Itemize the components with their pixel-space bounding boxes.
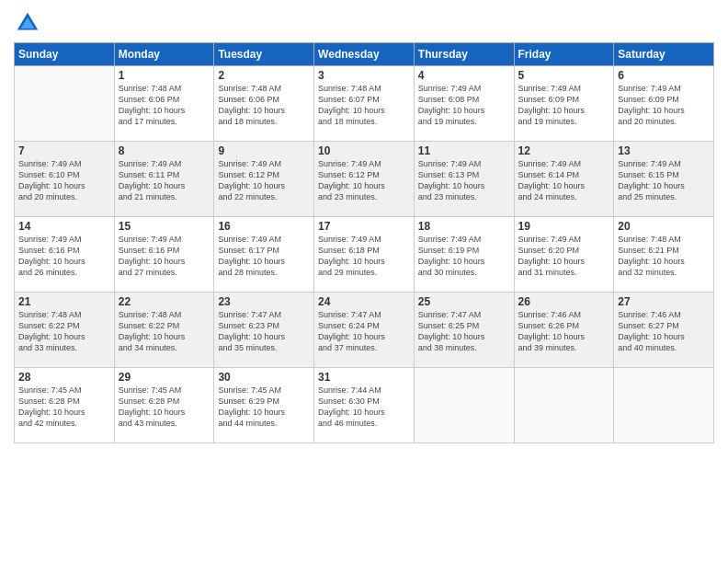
day-info: Sunrise: 7:46 AM Sunset: 6:26 PM Dayligh… [518,309,610,354]
week-row-1: 1Sunrise: 7:48 AM Sunset: 6:06 PM Daylig… [15,66,714,142]
calendar-cell: 28Sunrise: 7:45 AM Sunset: 6:28 PM Dayli… [15,368,115,443]
day-info: Sunrise: 7:48 AM Sunset: 6:06 PM Dayligh… [218,83,310,128]
day-number: 7 [18,144,110,157]
calendar-cell: 17Sunrise: 7:49 AM Sunset: 6:18 PM Dayli… [314,217,415,293]
weekday-header-thursday: Thursday [414,43,514,66]
day-number: 18 [418,220,510,233]
day-number: 29 [119,371,210,384]
logo-icon [14,9,41,37]
day-info: Sunrise: 7:47 AM Sunset: 6:25 PM Dayligh… [418,309,510,354]
calendar-cell: 9Sunrise: 7:49 AM Sunset: 6:12 PM Daylig… [214,142,314,217]
weekday-header-monday: Monday [114,43,214,66]
day-info: Sunrise: 7:45 AM Sunset: 6:29 PM Dayligh… [218,385,310,430]
week-row-2: 7Sunrise: 7:49 AM Sunset: 6:10 PM Daylig… [15,142,714,217]
day-number: 23 [218,295,310,308]
day-number: 6 [618,69,710,82]
day-number: 22 [119,295,210,308]
calendar-cell: 26Sunrise: 7:46 AM Sunset: 6:26 PM Dayli… [514,293,614,368]
day-number: 28 [18,371,110,384]
day-info: Sunrise: 7:47 AM Sunset: 6:24 PM Dayligh… [318,309,410,354]
day-number: 15 [119,220,210,233]
day-number: 24 [318,295,410,308]
day-number: 1 [119,69,210,82]
calendar-cell: 18Sunrise: 7:49 AM Sunset: 6:19 PM Dayli… [414,217,514,293]
day-number: 9 [218,144,310,157]
day-info: Sunrise: 7:49 AM Sunset: 6:19 PM Dayligh… [418,234,510,279]
day-info: Sunrise: 7:44 AM Sunset: 6:30 PM Dayligh… [318,385,410,430]
day-number: 5 [518,69,610,82]
calendar-cell: 10Sunrise: 7:49 AM Sunset: 6:12 PM Dayli… [314,142,415,217]
calendar-cell: 5Sunrise: 7:49 AM Sunset: 6:09 PM Daylig… [514,66,614,142]
calendar-cell: 6Sunrise: 7:49 AM Sunset: 6:09 PM Daylig… [614,66,714,142]
weekday-header-row: SundayMondayTuesdayWednesdayThursdayFrid… [15,43,714,66]
day-info: Sunrise: 7:49 AM Sunset: 6:14 PM Dayligh… [518,158,610,203]
day-number: 3 [318,69,410,82]
day-info: Sunrise: 7:49 AM Sunset: 6:10 PM Dayligh… [18,158,110,203]
day-number: 30 [218,371,310,384]
day-info: Sunrise: 7:48 AM Sunset: 6:21 PM Dayligh… [618,234,710,279]
day-info: Sunrise: 7:49 AM Sunset: 6:12 PM Dayligh… [318,158,410,203]
day-info: Sunrise: 7:48 AM Sunset: 6:22 PM Dayligh… [18,309,110,354]
calendar-table: SundayMondayTuesdayWednesdayThursdayFrid… [14,42,714,443]
page-container: SundayMondayTuesdayWednesdayThursdayFrid… [0,0,728,448]
day-number: 4 [418,69,510,82]
calendar-cell: 14Sunrise: 7:49 AM Sunset: 6:16 PM Dayli… [15,217,115,293]
day-number: 16 [218,220,310,233]
day-number: 11 [418,144,510,157]
calendar-cell: 2Sunrise: 7:48 AM Sunset: 6:06 PM Daylig… [214,66,314,142]
calendar-cell: 1Sunrise: 7:48 AM Sunset: 6:06 PM Daylig… [114,66,214,142]
week-row-3: 14Sunrise: 7:49 AM Sunset: 6:16 PM Dayli… [15,217,714,293]
logo [14,9,45,37]
day-number: 2 [218,69,310,82]
calendar-cell: 27Sunrise: 7:46 AM Sunset: 6:27 PM Dayli… [614,293,714,368]
calendar-cell [15,66,115,142]
calendar-cell: 20Sunrise: 7:48 AM Sunset: 6:21 PM Dayli… [614,217,714,293]
calendar-cell: 13Sunrise: 7:49 AM Sunset: 6:15 PM Dayli… [614,142,714,217]
calendar-cell: 21Sunrise: 7:48 AM Sunset: 6:22 PM Dayli… [15,293,115,368]
calendar-cell: 15Sunrise: 7:49 AM Sunset: 6:16 PM Dayli… [114,217,214,293]
day-number: 27 [618,295,710,308]
weekday-header-friday: Friday [514,43,614,66]
day-info: Sunrise: 7:49 AM Sunset: 6:11 PM Dayligh… [119,158,210,203]
day-number: 12 [518,144,610,157]
calendar-cell: 19Sunrise: 7:49 AM Sunset: 6:20 PM Dayli… [514,217,614,293]
calendar-cell: 22Sunrise: 7:48 AM Sunset: 6:22 PM Dayli… [114,293,214,368]
weekday-header-tuesday: Tuesday [214,43,314,66]
calendar-cell: 30Sunrise: 7:45 AM Sunset: 6:29 PM Dayli… [214,368,314,443]
day-info: Sunrise: 7:46 AM Sunset: 6:27 PM Dayligh… [618,309,710,354]
day-number: 25 [418,295,510,308]
day-number: 31 [318,371,410,384]
calendar-cell [614,368,714,443]
day-number: 8 [119,144,210,157]
calendar-cell: 29Sunrise: 7:45 AM Sunset: 6:28 PM Dayli… [114,368,214,443]
calendar-cell: 25Sunrise: 7:47 AM Sunset: 6:25 PM Dayli… [414,293,514,368]
day-info: Sunrise: 7:49 AM Sunset: 6:13 PM Dayligh… [418,158,510,203]
day-number: 14 [18,220,110,233]
header [14,9,714,37]
day-number: 21 [18,295,110,308]
day-info: Sunrise: 7:49 AM Sunset: 6:09 PM Dayligh… [618,83,710,128]
day-info: Sunrise: 7:49 AM Sunset: 6:12 PM Dayligh… [218,158,310,203]
day-info: Sunrise: 7:49 AM Sunset: 6:09 PM Dayligh… [518,83,610,128]
day-info: Sunrise: 7:48 AM Sunset: 6:22 PM Dayligh… [119,309,210,354]
calendar-cell: 12Sunrise: 7:49 AM Sunset: 6:14 PM Dayli… [514,142,614,217]
day-info: Sunrise: 7:49 AM Sunset: 6:20 PM Dayligh… [518,234,610,279]
calendar-cell: 4Sunrise: 7:49 AM Sunset: 6:08 PM Daylig… [414,66,514,142]
day-info: Sunrise: 7:49 AM Sunset: 6:17 PM Dayligh… [218,234,310,279]
calendar-cell: 31Sunrise: 7:44 AM Sunset: 6:30 PM Dayli… [314,368,415,443]
day-number: 19 [518,220,610,233]
day-info: Sunrise: 7:48 AM Sunset: 6:06 PM Dayligh… [119,83,210,128]
calendar-cell: 16Sunrise: 7:49 AM Sunset: 6:17 PM Dayli… [214,217,314,293]
day-info: Sunrise: 7:49 AM Sunset: 6:18 PM Dayligh… [318,234,410,279]
calendar-cell: 3Sunrise: 7:48 AM Sunset: 6:07 PM Daylig… [314,66,415,142]
week-row-4: 21Sunrise: 7:48 AM Sunset: 6:22 PM Dayli… [15,293,714,368]
weekday-header-saturday: Saturday [614,43,714,66]
day-number: 17 [318,220,410,233]
calendar-cell [414,368,514,443]
calendar-cell: 11Sunrise: 7:49 AM Sunset: 6:13 PM Dayli… [414,142,514,217]
day-info: Sunrise: 7:49 AM Sunset: 6:16 PM Dayligh… [119,234,210,279]
day-info: Sunrise: 7:49 AM Sunset: 6:08 PM Dayligh… [418,83,510,128]
calendar-cell: 7Sunrise: 7:49 AM Sunset: 6:10 PM Daylig… [15,142,115,217]
calendar-cell: 24Sunrise: 7:47 AM Sunset: 6:24 PM Dayli… [314,293,415,368]
calendar-cell: 8Sunrise: 7:49 AM Sunset: 6:11 PM Daylig… [114,142,214,217]
